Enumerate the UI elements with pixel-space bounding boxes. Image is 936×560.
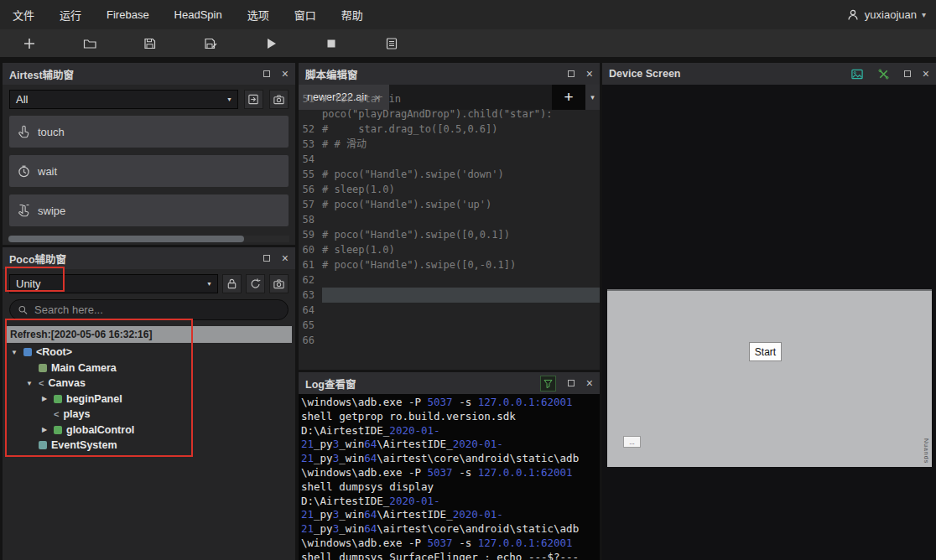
device-display[interactable]: Start ... Nuands [607, 289, 932, 467]
code-line[interactable]: 55# poco("Handle").swipe('down') [299, 167, 600, 182]
float-icon [568, 70, 575, 77]
action-touch[interactable]: touch [9, 116, 289, 148]
close-panel-button[interactable]: × [282, 69, 289, 79]
code-line[interactable]: 63 [299, 288, 600, 303]
tree-item[interactable]: Main Camera [3, 360, 295, 376]
view-report-button[interactable] [384, 36, 399, 51]
tree-item[interactable]: ▼<Canvas [3, 376, 295, 391]
code-line[interactable]: 57# poco("Handle").swipe('up') [299, 197, 600, 212]
menu-item-2[interactable]: Firebase [94, 0, 162, 29]
scrollbar-thumb[interactable] [8, 236, 244, 242]
log-line: 21_py3_win64\AirtestIDE_2020-01- [301, 438, 597, 452]
insert-code-button[interactable] [244, 90, 263, 109]
menu-item-4[interactable]: 选项 [235, 0, 282, 29]
refresh-icon [249, 277, 262, 290]
log-line: \windows\adb.exe -P 5037 -s 127.0.0.1:62… [301, 537, 597, 551]
code-line[interactable]: 64 [299, 303, 600, 318]
new-script-button[interactable] [22, 36, 37, 51]
tree-item-label: beginPanel [66, 393, 122, 405]
menu-item-6[interactable]: 帮助 [329, 0, 376, 29]
search-input[interactable] [34, 303, 280, 316]
tree-item[interactable]: EventSystem [3, 438, 295, 454]
tree-item[interactable]: ▶beginPanel [3, 391, 295, 407]
line-number: 61 [299, 257, 322, 272]
action-label: swipe [38, 205, 65, 217]
canvas-node-icon: < [39, 379, 44, 387]
horizontal-scrollbar[interactable] [8, 236, 289, 242]
code-line[interactable]: 54 [299, 152, 600, 167]
code-line[interactable]: 60# sleep(1.0) [299, 242, 600, 257]
float-panel-button[interactable] [566, 69, 576, 79]
code-line[interactable]: 58 [299, 212, 600, 227]
editor-panel-title: 脚本编辑窗 [305, 66, 358, 82]
chevron-down-icon[interactable]: ▼ [24, 380, 34, 387]
code-text: # poco("Handle").swipe([0,0.1]) [322, 227, 600, 242]
code-line[interactable]: 59# poco("Handle").swipe([0,0.1]) [299, 227, 600, 242]
start-button[interactable]: Start [749, 342, 782, 361]
refresh-button[interactable] [246, 274, 265, 293]
chevron-down-icon[interactable]: ▼ [9, 349, 19, 356]
close-panel-button[interactable]: × [586, 69, 593, 79]
action-label: touch [38, 126, 65, 138]
code-line[interactable]: 53# # 滑动 [299, 137, 600, 152]
action-wait[interactable]: wait [9, 155, 289, 187]
code-text: # poco("Handle").swipe('down') [322, 167, 600, 182]
menu-item-1[interactable]: 运行 [47, 0, 94, 29]
float-icon [568, 380, 575, 386]
chevron-right-icon[interactable]: ▶ [39, 395, 49, 402]
code-line[interactable]: 52# star.drag_to([0.5,0.6]) [299, 122, 600, 137]
action-label: wait [38, 165, 57, 178]
screenshot-button[interactable] [269, 90, 289, 109]
menu-item-3[interactable]: HeadSpin [162, 0, 235, 29]
device-tools-button[interactable] [876, 65, 892, 82]
device-mirror-area[interactable]: Start ... Nuands [602, 85, 936, 560]
poco-mode-select[interactable]: Unity ▼ [9, 274, 218, 293]
tree-item[interactable]: ▼<Root> [3, 345, 295, 360]
chevron-right-icon[interactable]: ▶ [39, 426, 49, 433]
tree-item-label: Canvas [48, 377, 85, 389]
float-icon [904, 70, 911, 77]
line-number: 59 [299, 227, 322, 242]
log-output[interactable]: \windows\adb.exe -P 5037 -s 127.0.0.1:62… [299, 394, 600, 560]
code-line[interactable]: 66 [299, 333, 600, 348]
log-line: 21_py3_win64\airtest\core\android\static… [301, 522, 597, 537]
stop-button[interactable] [324, 36, 339, 51]
device-snapshot-button[interactable] [849, 65, 866, 82]
poco-screenshot-button[interactable] [269, 274, 289, 293]
user-menu[interactable]: yuxiaojuan ▾ [846, 8, 936, 22]
open-file-button[interactable] [82, 36, 97, 51]
save-button[interactable] [143, 36, 158, 51]
tree-item-label: plays [63, 408, 90, 420]
main-toolbar [0, 29, 936, 57]
run-button[interactable] [263, 36, 278, 51]
tree-item[interactable]: <plays [3, 407, 295, 423]
menu-item-5[interactable]: 窗口 [282, 0, 329, 29]
code-line[interactable]: 56# sleep(1.0) [299, 182, 600, 197]
log-panel-title: Log查看窗 [305, 376, 356, 391]
log-filter-button[interactable] [540, 376, 556, 391]
code-line[interactable]: 51# for star in poco("playDragAndDrop").… [299, 91, 600, 122]
code-line[interactable]: 62 [299, 272, 600, 288]
search-box[interactable] [9, 299, 289, 320]
float-panel-button[interactable] [262, 69, 272, 79]
insert-arrow-icon [247, 93, 260, 106]
menu-items: 文件运行FirebaseHeadSpin选项窗口帮助 [0, 0, 376, 29]
tree-item[interactable]: ▶globalControl [3, 423, 295, 438]
float-panel-button[interactable] [566, 378, 576, 388]
refresh-timestamp[interactable]: Refresh:[2020-05-06 16:32:16] [6, 326, 292, 343]
code-editor[interactable]: 51# for star in poco("playDragAndDrop").… [299, 88, 600, 370]
close-panel-button[interactable]: × [923, 69, 929, 79]
lock-button[interactable] [222, 274, 242, 293]
code-text: # star.drag_to([0.5,0.6]) [322, 122, 600, 137]
float-panel-button[interactable] [262, 253, 272, 263]
float-panel-button[interactable] [902, 69, 913, 79]
action-swipe[interactable]: swipe [9, 194, 289, 226]
close-panel-button[interactable]: × [282, 253, 289, 263]
close-panel-button[interactable]: × [586, 378, 593, 388]
line-number: 60 [299, 242, 322, 257]
code-line[interactable]: 65 [299, 318, 600, 333]
code-line[interactable]: 61# poco("Handle").swipe([0,-0.1]) [299, 257, 600, 272]
menu-item-0[interactable]: 文件 [0, 0, 47, 29]
save-as-button[interactable] [203, 36, 218, 51]
airtest-filter-select[interactable]: All ▼ [9, 90, 238, 109]
